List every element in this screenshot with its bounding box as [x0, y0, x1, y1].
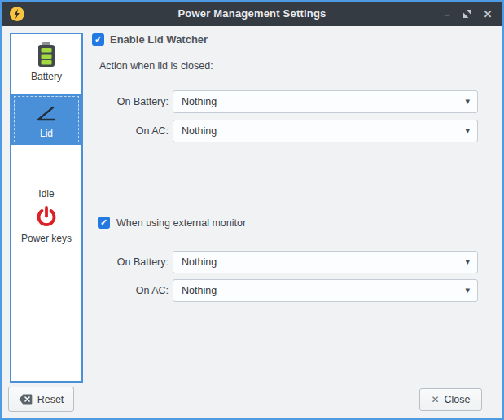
lid-on-battery-value: Nothing: [182, 96, 217, 107]
enable-lid-watcher-label: Enable Lid Watcher: [110, 33, 208, 46]
sidebar-item-power-keys[interactable]: Power keys: [11, 203, 81, 244]
window-title: Power Management Settings: [2, 2, 502, 26]
action-when-lid-closed-heading: Action when lid is closed:: [99, 60, 213, 72]
lid-on-battery-label: On Battery:: [83, 90, 169, 113]
reset-button-label: Reset: [37, 394, 64, 405]
external-monitor-checkbox[interactable]: ✓: [98, 217, 110, 229]
close-button-label: Close: [445, 394, 471, 405]
enable-lid-watcher-row: ✓ Enable Lid Watcher: [92, 33, 208, 46]
lid-on-battery-select[interactable]: Nothing ▾: [173, 90, 478, 113]
close-x-icon: ✕: [431, 394, 439, 405]
sidebar-item-label: Battery: [31, 71, 62, 82]
external-monitor-row: ✓ When using external monitor: [98, 217, 246, 229]
close-button[interactable]: ✕ Close: [419, 388, 482, 411]
sidebar-item-idle[interactable]: Idle: [11, 160, 81, 199]
ext-on-ac-select[interactable]: Nothing ▾: [173, 279, 478, 302]
ext-on-battery-value: Nothing: [182, 256, 217, 268]
chevron-down-icon: ▾: [465, 125, 470, 136]
lid-on-ac-value: Nothing: [182, 125, 217, 137]
restore-button[interactable]: [461, 7, 474, 20]
sidebar-item-label: Idle: [38, 188, 54, 199]
restore-icon: [463, 10, 471, 18]
enable-lid-watcher-checkbox[interactable]: ✓: [92, 33, 104, 46]
chevron-down-icon: ▾: [465, 256, 470, 267]
sidebar-item-label: Lid: [40, 128, 53, 139]
window-frame: Power Management Settings – ✕: [2, 2, 502, 418]
battery-icon: [33, 41, 60, 68]
reset-button[interactable]: Reset: [8, 387, 74, 412]
external-monitor-label: When using external monitor: [116, 217, 246, 229]
chevron-down-icon: ▾: [465, 285, 470, 295]
backspace-icon: [19, 394, 33, 405]
power-icon: [33, 203, 60, 230]
ext-on-ac-label: On AC:: [83, 279, 169, 302]
titlebar[interactable]: Power Management Settings – ✕: [2, 2, 502, 26]
ext-on-battery-label: On Battery:: [83, 251, 169, 273]
close-window-button[interactable]: ✕: [481, 7, 494, 20]
sidebar-item-label: Power keys: [21, 233, 72, 244]
minimize-button[interactable]: –: [440, 7, 454, 20]
sidebar-item-battery[interactable]: Battery: [11, 41, 81, 82]
lid-on-ac-select[interactable]: Nothing ▾: [173, 120, 478, 142]
lid-on-ac-label: On AC:: [83, 120, 169, 142]
power-management-window: Power Management Settings – ✕: [0, 0, 504, 420]
ext-on-ac-value: Nothing: [182, 285, 217, 296]
lid-angle-icon: [33, 99, 60, 127]
category-sidebar: Battery Lid Idle: [10, 33, 83, 383]
ext-on-battery-select[interactable]: Nothing ▾: [173, 251, 478, 273]
sidebar-item-lid[interactable]: Lid: [11, 94, 81, 145]
chevron-down-icon: ▾: [465, 96, 470, 107]
